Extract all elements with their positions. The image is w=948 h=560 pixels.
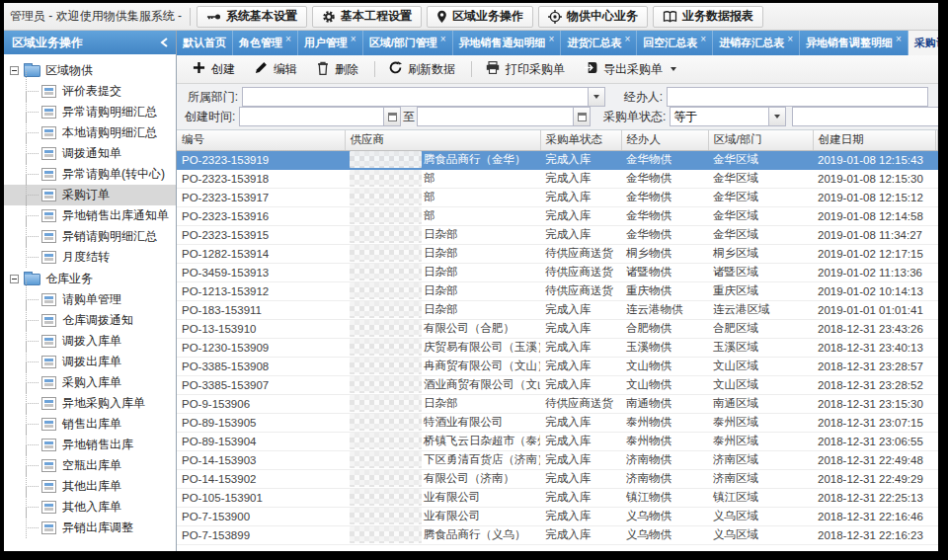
table-row[interactable]: PO-2323-153918 部 完成入库 金华物供 金华区域 2019-01-… xyxy=(177,169,938,188)
calendar-icon[interactable] xyxy=(573,108,590,125)
tree-item[interactable]: 请购单管理 xyxy=(4,289,176,310)
tab[interactable]: 异地销售调整明细 × xyxy=(800,31,908,55)
tree-item[interactable]: 采购入库单 xyxy=(4,372,176,393)
column-header-agent[interactable]: 经办人 xyxy=(621,130,708,150)
tree-item[interactable]: 销售出库单 xyxy=(4,414,176,435)
menu-supply-center[interactable]: 物供中心业务 xyxy=(538,6,648,28)
tab[interactable]: 区域/部门管理 × xyxy=(363,31,453,55)
tree-item[interactable]: 调拨入库单 xyxy=(4,331,176,352)
table-row[interactable]: PO-1282-153914 日杂部 待供应商送货 桐乡物供 桐乡区域 2019… xyxy=(177,244,938,263)
tree-item[interactable]: 异地销售出库 xyxy=(4,435,176,455)
table-row[interactable]: PO-89-153904 桥镇飞云日杂超市（泰州） 完成入库 泰州物供 泰州区域… xyxy=(177,432,938,450)
tree-item[interactable]: 异常请购明细汇总 xyxy=(4,102,176,122)
close-icon[interactable]: × xyxy=(285,35,291,44)
table-row[interactable]: PO-14-153903 下区勇清百货店（济南） 完成入库 济南物供 济南区域 … xyxy=(177,450,938,469)
menu-business-reports[interactable]: 业务数据报表 xyxy=(653,6,763,28)
close-icon[interactable]: × xyxy=(351,35,356,44)
tree-item[interactable]: 调拨通知单 xyxy=(4,143,176,164)
tree-item[interactable]: 月度结转 xyxy=(4,247,176,268)
refresh-button[interactable]: 刷新数据 xyxy=(383,58,461,81)
date-to-input[interactable] xyxy=(418,108,573,125)
date-from-input[interactable] xyxy=(240,108,383,125)
column-header-id[interactable]: 编号 xyxy=(177,130,345,150)
table-row[interactable]: PO-7-153900 业有限公司 完成入库 义乌物供 义乌区域 2018-12… xyxy=(177,507,938,525)
tree-folder-warehouse[interactable]: 仓库业务 xyxy=(4,268,176,289)
tree-folder-region-supply[interactable]: 区域物供 xyxy=(4,59,176,81)
collapse-node-icon[interactable] xyxy=(10,275,19,283)
tree-item[interactable]: 异常请购单(转中心) xyxy=(4,164,176,185)
tree-item[interactable]: 异地销售出库通知单 xyxy=(4,205,176,226)
table-row[interactable]: PO-2323-153917 部 完成入库 金华物供 金华区域 2019-01-… xyxy=(177,188,938,206)
create-button[interactable]: 创建 xyxy=(187,58,241,81)
cell-agent: 济南物供 xyxy=(621,450,708,469)
gear-icon xyxy=(322,10,336,24)
collapse-sidebar-button[interactable] xyxy=(160,38,168,47)
table-row[interactable]: PO-183-153911 日杂部 完成入库 连云港物供 连云港区域 2019-… xyxy=(177,300,938,319)
table-row[interactable]: PO-1230-153909 庆贸易有限公司（玉溪） 完成入库 玉溪物供 玉溪区… xyxy=(177,338,938,357)
close-icon[interactable]: × xyxy=(700,35,706,44)
tree-item[interactable]: 调拨出库单 xyxy=(4,352,176,372)
tree-item[interactable]: 异销请购明细汇总 xyxy=(4,226,176,247)
agent-input[interactable] xyxy=(667,87,928,107)
date-from-field[interactable] xyxy=(239,107,401,126)
table-row[interactable]: PO-14-153902 有限公司（济南） 完成入库 济南物供 济南区域 201… xyxy=(177,469,938,488)
department-combobox[interactable] xyxy=(242,87,605,107)
tree-item[interactable]: 其他出库单 xyxy=(4,476,176,497)
date-to-field[interactable] xyxy=(417,107,591,126)
chevron-down-icon[interactable] xyxy=(588,88,604,106)
status-value-input[interactable] xyxy=(792,107,938,126)
tab[interactable]: 回空汇总表 × xyxy=(637,31,713,55)
tab[interactable]: 用户管理 × xyxy=(298,31,363,55)
table-row[interactable]: PO-9-153906 日杂部 待供应商送货 南通物供 南通区域 2018-12… xyxy=(177,394,938,413)
table-row[interactable]: PO-3385-153908 冉商贸有限公司（文山） 完成入库 文山物供 文山区… xyxy=(177,357,938,375)
menu-region-operations[interactable]: 区域业务操作 xyxy=(427,6,533,28)
column-header-region[interactable]: 区域/部门 xyxy=(708,130,813,150)
tab[interactable]: 进货汇总表 × xyxy=(561,31,637,55)
close-icon[interactable]: × xyxy=(896,35,902,44)
close-icon[interactable]: × xyxy=(624,35,630,44)
print-order-button[interactable]: 打印采购单 xyxy=(480,58,571,81)
tab[interactable]: 角色管理 × xyxy=(233,31,298,55)
tab[interactable]: 默认首页 × xyxy=(177,31,233,55)
tab[interactable]: 异地销售通知明细 × xyxy=(453,31,562,55)
tree-item[interactable]: 评价表提交 xyxy=(4,81,176,102)
table-row[interactable]: PO-1213-153912 日杂部 待供应商送货 重庆物供 重庆区域 2019… xyxy=(177,281,938,300)
table-row[interactable]: PO-2323-153916 部 完成入库 金华物供 金华区域 2019-01-… xyxy=(177,206,938,225)
tab[interactable]: 进销存汇总表 × xyxy=(713,31,800,55)
cell-order-id: PO-2323-153916 xyxy=(177,206,345,225)
table-row[interactable]: PO-105-153901 业有限公司 完成入库 镇江物供 镇江区域 2018-… xyxy=(177,488,938,507)
delete-button[interactable]: 删除 xyxy=(311,58,364,81)
column-header-supplier[interactable]: 供应商 xyxy=(345,130,540,150)
menu-basic-engineering[interactable]: 基本工程设置 xyxy=(312,6,422,28)
close-icon[interactable]: × xyxy=(549,35,555,44)
export-order-button[interactable]: 导出采购单 xyxy=(579,58,682,81)
menu-system-settings[interactable]: 系统基本设置 xyxy=(197,6,307,28)
status-operator-combobox[interactable] xyxy=(670,107,786,126)
status-operator-input[interactable] xyxy=(671,108,768,125)
table-row[interactable]: PO-2323-153915 日杂部 完成入库 金华物供 金华区域 2019-0… xyxy=(177,225,938,244)
table-row[interactable]: PO-13-153910 有限公司（合肥） 完成入库 合肥物供 合肥区域 201… xyxy=(177,319,938,338)
tree-item[interactable]: 其他入库单 xyxy=(4,497,176,518)
edit-button[interactable]: 编辑 xyxy=(249,58,303,81)
tree-item[interactable]: 异销出库调整 xyxy=(4,518,176,538)
cell-region: 金华区域 xyxy=(708,150,813,169)
close-icon[interactable]: × xyxy=(440,35,446,44)
tree-item[interactable]: 本地请购明细汇总 xyxy=(4,122,176,143)
column-header-status[interactable]: 采购单状态 xyxy=(540,130,621,150)
tree-item[interactable]: 采购订单 xyxy=(4,185,176,205)
calendar-icon[interactable] xyxy=(383,108,400,125)
tree-item[interactable]: 空瓶出库单 xyxy=(4,455,176,476)
department-input[interactable] xyxy=(243,88,588,106)
chevron-down-icon[interactable] xyxy=(768,108,785,125)
tab[interactable]: 采购订单 × xyxy=(908,31,938,55)
table-row[interactable]: PO-7-153899 腾食品商行（义乌） 完成入库 义乌物供 义乌区域 201… xyxy=(177,525,938,544)
table-row[interactable]: PO-3385-153907 酒业商贸有限公司（文山） 完成入库 文山物供 文山… xyxy=(177,375,938,394)
table-row[interactable]: PO-3459-153913 日杂部 待供应商送货 诸暨物供 诸暨区域 2019… xyxy=(177,263,938,281)
collapse-node-icon[interactable] xyxy=(10,66,19,75)
tree-item[interactable]: 仓库调拨通知 xyxy=(4,310,176,331)
table-row[interactable]: PO-2323-153919 腾食品商行（金华） 完成入库 金华物供 金华区域 … xyxy=(177,150,938,169)
close-icon[interactable]: × xyxy=(787,35,793,44)
table-row[interactable]: PO-89-153905 特酒业有限公司 完成入库 泰州物供 泰州区域 2018… xyxy=(177,413,938,432)
tree-item[interactable]: 异地采购入库单 xyxy=(4,393,176,414)
column-header-created[interactable]: 创建日期 xyxy=(813,130,935,150)
